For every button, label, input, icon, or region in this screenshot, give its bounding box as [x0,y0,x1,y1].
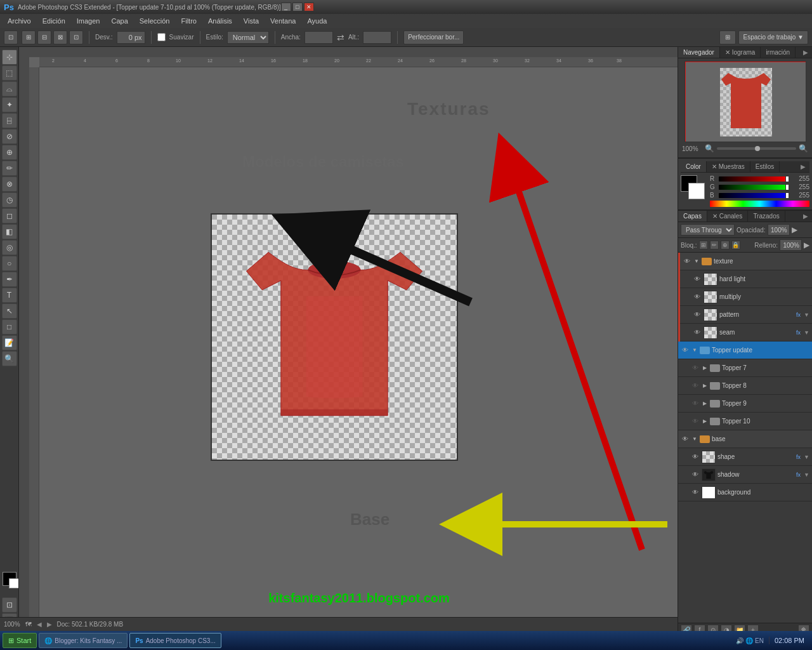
eye-topper9[interactable]: 👁 [691,399,700,408]
foreground-color[interactable] [3,572,16,586]
menu-ayuda[interactable]: Ayuda [302,16,332,26]
background-color[interactable] [9,578,19,588]
extra-options-btn[interactable]: ⊞ [719,30,736,44]
zoom-slider[interactable] [717,147,796,150]
eye-topper7[interactable]: 👁 [691,364,700,373]
tab-navigator[interactable]: Navegador [678,47,720,58]
layers-options-btn[interactable]: ▶ [799,211,812,221]
menu-vista[interactable]: Vista [239,16,264,26]
layer-topper7[interactable]: 👁 ▶ Topper 7 [678,359,812,377]
tool-healing[interactable]: ⊕ [2,145,17,160]
eye-topper8[interactable]: 👁 [691,381,700,390]
layer-topper10[interactable]: 👁 ▶ Topper 10 [678,413,812,430]
lock-position-btn[interactable]: ⊕ [721,241,730,249]
arrow-topper-update[interactable]: ▼ [691,347,698,354]
start-button[interactable]: ⊞ Start [3,633,37,648]
opacity-arrow[interactable]: ▶ [792,225,797,234]
tool-pen[interactable]: ✒ [2,272,17,287]
options-btn-1[interactable]: ⊞ [22,30,36,44]
layer-topper8[interactable]: 👁 ▶ Topper 8 [678,377,812,395]
layer-shape[interactable]: 👁 shape fx ▼ [678,448,812,466]
blend-mode-select[interactable]: Pass Through [681,224,735,235]
menu-archivo[interactable]: Archivo [3,16,36,26]
tool-history[interactable]: ◷ [2,192,17,208]
tool-magic-wand[interactable]: ✦ [2,97,17,112]
taskbar-blogger[interactable]: 🌐 Blogger: Kits Fantasy ... [39,633,128,648]
lock-transparent-btn[interactable]: ⊞ [699,241,708,249]
layer-background[interactable]: 👁 background [678,484,812,501]
layer-shadow[interactable]: 👁 shadow fx ▼ [678,466,812,484]
eye-pattern[interactable]: 👁 [693,310,702,319]
tool-clone[interactable]: ⊗ [2,176,17,192]
tool-path-select[interactable]: ↖ [2,303,17,319]
layer-texture[interactable]: 👁 ▼ texture [680,253,812,270]
zoom-in-btn[interactable]: 🔍 [799,144,808,153]
tool-brush[interactable]: ✏ [2,161,17,176]
tool-blur[interactable]: ◎ [2,240,17,255]
eye-background[interactable]: 👁 [691,488,700,497]
close-button[interactable]: ✕ [304,3,314,11]
layer-hard-light[interactable]: 👁 hard light [680,270,812,288]
tool-eraser[interactable]: ◻ [2,208,17,223]
arrow-topper8[interactable]: ▶ [702,383,708,389]
eye-multiply[interactable]: 👁 [693,293,702,302]
layer-pattern[interactable]: 👁 pattern fx ▼ [680,306,812,324]
tool-shape[interactable]: □ [2,319,17,335]
arrow-base[interactable]: ▼ [691,436,698,442]
color-swatches[interactable] [681,175,706,201]
layer-base[interactable]: 👁 ▼ base [678,430,812,448]
ancho-input[interactable] [304,31,333,44]
taskbar-photoshop[interactable]: Ps Adobe Photoshop CS3... [129,633,221,648]
menu-filtro[interactable]: Filtro [176,16,201,26]
scroll-left[interactable]: ◀ [37,621,42,628]
lock-all-btn[interactable]: 🔒 [731,241,740,249]
tool-move[interactable]: ⊹ [2,50,17,65]
navigator-icon[interactable]: 🗺 [25,621,32,628]
menu-ventana[interactable]: Ventana [265,16,301,26]
lock-pixels-btn[interactable]: ✏ [710,241,719,249]
tab-histogram[interactable]: ✕ Iograma [720,47,761,58]
arrow-topper9[interactable]: ▶ [702,401,708,407]
layer-multiply[interactable]: 👁 multiply [680,288,812,306]
tab-color[interactable]: Color [681,161,707,172]
eye-seam[interactable]: 👁 [693,328,702,337]
zoom-out-btn[interactable]: 🔍 [705,144,714,153]
options-btn-3[interactable]: ⊠ [53,30,67,44]
fill-input[interactable] [780,239,802,251]
eye-topper-update[interactable]: 👁 [681,346,690,355]
arrow-texture[interactable]: ▼ [693,258,700,265]
g-slider[interactable] [719,185,789,190]
suavizar-checkbox[interactable] [157,33,166,41]
menu-seleccion[interactable]: Selección [134,16,175,26]
fill-arrow[interactable]: ▶ [804,241,809,249]
eye-shape[interactable]: 👁 [691,453,700,461]
menu-capa[interactable]: Capa [106,16,133,26]
maximize-button[interactable]: □ [292,3,303,11]
tool-options-btn[interactable]: ⊡ [4,30,18,44]
estilo-select[interactable]: Normal [227,31,269,44]
tool-dodge[interactable]: ○ [2,256,17,271]
r-slider[interactable] [719,176,789,182]
tab-info[interactable]: irmación [761,47,796,58]
tool-zoom[interactable]: 🔍 [2,351,17,366]
opacity-input[interactable] [768,224,790,235]
minimize-button[interactable]: _ [281,3,291,11]
panel-options-btn[interactable]: ▶ [799,48,812,57]
menu-edicion[interactable]: Edición [37,16,70,26]
tool-gradient[interactable]: ◧ [2,224,17,239]
eye-texture[interactable]: 👁 [683,257,691,266]
layer-seam[interactable]: 👁 seam fx ▼ [680,324,812,342]
eye-hard-light[interactable]: 👁 [693,275,702,284]
tab-canales[interactable]: ✕ Canales [707,211,748,222]
menu-analisis[interactable]: Análisis [203,16,237,26]
eye-base[interactable]: 👁 [681,435,690,444]
arrow-topper10[interactable]: ▶ [702,418,708,425]
b-slider[interactable] [719,193,789,198]
tab-trazados[interactable]: Trazados [748,211,785,222]
color-spectrum[interactable] [710,201,809,207]
options-btn-2[interactable]: ⊟ [37,30,51,44]
desv-input[interactable] [117,31,145,44]
tool-lasso[interactable]: ⌓ [2,81,17,96]
eye-topper10[interactable]: 👁 [691,417,700,426]
color-options-btn[interactable]: ▶ [797,162,809,171]
